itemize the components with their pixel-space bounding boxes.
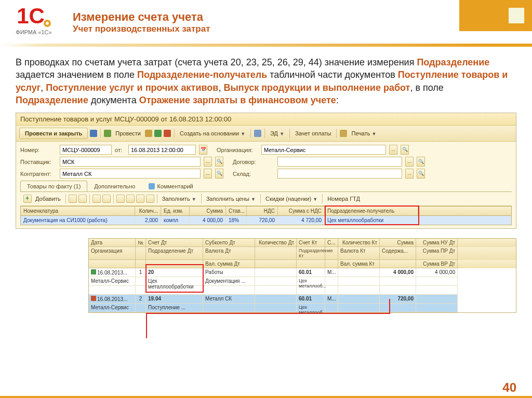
supplier-input[interactable]: [60, 157, 201, 167]
col-sum-vat[interactable]: Сумма с НДС: [278, 207, 325, 215]
tool-icon[interactable]: [126, 195, 135, 203]
tab-comment[interactable]: Комментарий: [142, 181, 200, 191]
page-number: 40: [502, 380, 516, 395]
tool-icon[interactable]: [136, 195, 144, 203]
col-vat[interactable]: НДС: [247, 207, 278, 215]
date-input[interactable]: [128, 145, 196, 155]
date-label: от:: [115, 147, 125, 153]
warehouse-label: Склад:: [233, 171, 274, 177]
ledger-grid: Дата № Счет Дт Субконто Дт Количество Дт…: [88, 238, 516, 313]
search-icon[interactable]: 🔍: [401, 145, 409, 155]
col-sum[interactable]: Сумма: [380, 239, 416, 247]
counter-input[interactable]: [60, 169, 201, 179]
discounts-button[interactable]: Скидки (наценки) ▼: [263, 196, 320, 202]
col-n[interactable]: №: [136, 239, 146, 247]
contract-label: Договор:: [233, 159, 274, 165]
select-icon[interactable]: ...: [405, 169, 414, 179]
col-qty[interactable]: Колич...: [135, 207, 161, 215]
delete-icon[interactable]: [78, 195, 87, 203]
grid-toolbar: Добавить Заполнить ▼ Заполнить цены ▼ Ск…: [20, 192, 512, 206]
col-acc-dt[interactable]: Счет Дт: [146, 239, 203, 247]
add-button[interactable]: Добавить: [33, 196, 63, 202]
paragraph: В проводках по счетам учета затрат (счет…: [16, 52, 516, 113]
posting-icon: [91, 269, 96, 275]
dt-kt-icon[interactable]: [154, 130, 162, 137]
tool-icon[interactable]: [146, 195, 154, 203]
copy-icon[interactable]: [69, 195, 77, 203]
col-qty-kt[interactable]: Количество Кт: [338, 239, 380, 247]
col-date[interactable]: Дата: [89, 239, 136, 247]
tabs: Товары по факту (1) Дополнительно Коммен…: [20, 181, 512, 192]
search-icon[interactable]: 🔍: [215, 169, 223, 179]
search-icon[interactable]: 🔍: [417, 169, 425, 179]
ledger-row[interactable]: Металл-Сервис Поступление ... Цех металл…: [89, 304, 516, 312]
calendar-icon[interactable]: 📅: [199, 145, 207, 155]
table-row[interactable]: Документация на СИ1000 (работа) 2,000 ко…: [21, 216, 511, 225]
col-acc-kt[interactable]: Счет Кт: [297, 239, 325, 247]
print-icon[interactable]: [340, 130, 347, 137]
ledger-row[interactable]: 16.08.2013... 1 20 Работы 60.01 М... 4 0…: [89, 268, 516, 277]
contract-input[interactable]: [277, 157, 402, 167]
main-toolbar: Провести и закрыть Провести Создать на о…: [16, 126, 516, 142]
number-label: Номер:: [20, 147, 57, 153]
app-window: Поступление товаров и услуг МСЦУ-000009 …: [16, 113, 516, 229]
col-qty-dt[interactable]: Количество Дт: [255, 239, 297, 247]
offset-button[interactable]: Зачет оплаты: [293, 130, 333, 136]
select-icon[interactable]: ...: [204, 157, 212, 167]
ledger-row[interactable]: Металл-Сервис Цех металлообработки Докум…: [89, 277, 516, 286]
post-button[interactable]: Провести: [113, 130, 143, 136]
tab-goods[interactable]: Товары по факту (1): [20, 181, 87, 191]
add-icon[interactable]: [23, 195, 32, 203]
warehouse-input[interactable]: [277, 169, 402, 179]
up-icon[interactable]: [92, 195, 101, 203]
dt-st-icon[interactable]: [164, 130, 171, 137]
org-input[interactable]: [261, 145, 386, 155]
comment-icon: [149, 183, 155, 189]
select-icon[interactable]: ...: [389, 145, 397, 155]
gtd-button[interactable]: Номера ГТД: [325, 196, 362, 202]
tool-icon[interactable]: [116, 195, 125, 203]
post-and-close-button[interactable]: Провести и закрыть: [19, 128, 88, 139]
logo: 1C ФИРМА «1С»: [8, 5, 60, 35]
search-icon[interactable]: 🔍: [215, 157, 223, 167]
ed-button[interactable]: ЭД ▼: [268, 130, 286, 136]
doc-icon[interactable]: [145, 130, 152, 137]
select-icon[interactable]: ...: [405, 157, 414, 167]
col-division[interactable]: Подразделение-получатель: [325, 207, 418, 215]
col-sum[interactable]: Сумма: [190, 207, 226, 215]
col-rate[interactable]: Став...: [226, 207, 247, 215]
supplier-label: Поставщик:: [20, 159, 57, 165]
attach-icon[interactable]: [254, 130, 261, 137]
posting-icon: [91, 296, 96, 301]
counter-label: Контрагент:: [20, 171, 57, 177]
ledger-row[interactable]: [89, 286, 516, 295]
window-title: Поступление товаров и услуг МСЦУ-000009 …: [16, 113, 516, 126]
col-s[interactable]: С...: [325, 239, 338, 247]
col-sum-nu[interactable]: Сумма НУ Дт: [416, 239, 458, 247]
slide-title: Измерение счета учета Учет производствен…: [73, 10, 210, 34]
fill-button[interactable]: Заполнить ▼: [160, 196, 198, 202]
post-icon[interactable]: [104, 130, 111, 137]
org-label: Организация:: [217, 147, 258, 153]
search-icon[interactable]: 🔍: [417, 157, 425, 167]
down-icon[interactable]: [102, 195, 111, 203]
col-unit[interactable]: Ед. изм.: [161, 207, 190, 215]
items-grid: Номенклатура Колич... Ед. изм. Сумма Ста…: [20, 206, 512, 225]
print-button[interactable]: Печать ▼: [349, 130, 378, 136]
select-icon[interactable]: ...: [204, 169, 212, 179]
save-icon[interactable]: [90, 130, 97, 137]
create-based-on-button[interactable]: Создать на основании ▼: [178, 130, 247, 136]
number-input[interactable]: [60, 145, 112, 155]
col-sub-dt[interactable]: Субконто Дт: [203, 239, 255, 247]
ledger-row[interactable]: 16.08.2013... 2 19.04 Металл СК 60.01 М.…: [89, 295, 516, 304]
tab-additional[interactable]: Дополнительно: [87, 181, 142, 191]
col-nomenclature[interactable]: Номенклатура: [21, 207, 135, 215]
fill-prices-button[interactable]: Заполнить цены ▼: [204, 196, 258, 202]
